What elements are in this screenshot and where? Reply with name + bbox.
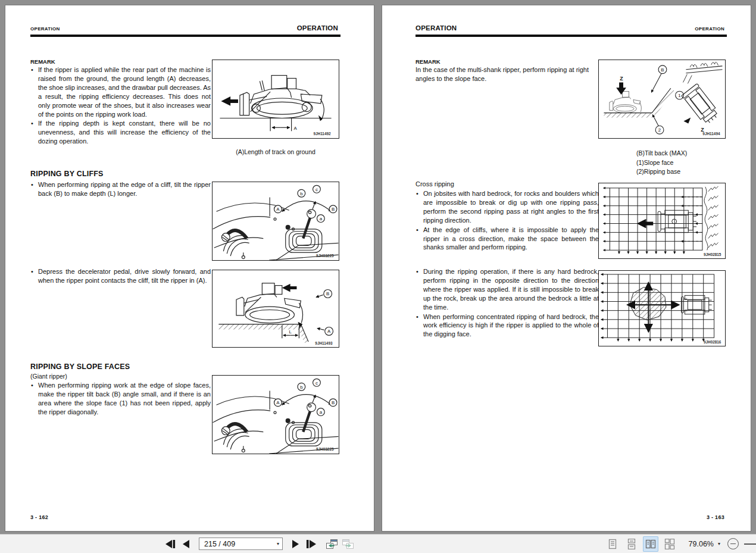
tilt-back-label: B [661,67,664,73]
figure-caption-list: (B)Tilt back (MAX) (1)Slope face (2)Ripp… [636,149,687,177]
page-number-input[interactable]: 215 / 409 ▾ [199,538,283,550]
depth-label: L [289,329,292,335]
viewer-toolbar: 215 / 409 ▾ [0,534,756,553]
cross-ripping-list: On jobsites with hard bedrock, for rocks… [416,189,599,252]
figure-code: 9JH02816 [704,340,721,344]
continuous-view-icon [626,539,637,549]
figure-code: 9JH03225 [316,447,334,451]
figure-track-length: A 9JH11492 [212,60,339,139]
dimension-label: A [294,126,298,131]
tilt-back-label: B [326,291,329,296]
ripping-direction-arrow [637,219,654,229]
section-subtitle: (Giant ripper) [30,373,67,380]
page-number-dropdown-caret[interactable]: ▾ [277,541,282,546]
next-page-icon [290,539,300,549]
header-rule [30,35,340,37]
page-number-footer: 3 - 163 [707,514,724,520]
figure-caption: (A)Length of track on ground [212,148,339,155]
ripper-control-lever-figure: A b c B a 9JH03225 [213,182,339,260]
travel-direction-arrow [282,284,297,292]
two-page-continuous-view-icon [664,539,675,549]
remark-heading: REMARK [30,58,55,65]
minus-icon [730,543,736,545]
view-zoom-group: 79.06% ▾ [603,535,756,553]
lever-label-c: c [315,380,318,386]
cliffs-bullet-2: Depress the decelerator pedal, drive slo… [30,267,211,286]
page-number-footer: 3 - 162 [30,514,48,520]
section-heading-slopes: RIPPING BY SLOPE FACES [30,363,130,371]
figure-ripper-lever-1: A b c B a 9JH03225 [212,182,339,261]
running-header-right: OPERATION [695,26,724,32]
figure-code: 9JH11492 [313,132,331,136]
bedrock-ripping-grid-figure: 9JH02816 [599,271,725,346]
figure-code: 9JH03225 [316,254,334,258]
last-page-icon [305,539,317,549]
page-number-value: 215 / 409 [204,540,235,548]
remark-bullet: If the ripping depth is kept constant, t… [30,119,211,146]
figure-cliff-ripping: L B A 9JH11493 [212,270,339,348]
running-header-left: OPERATION [30,26,60,32]
dozer-at-cliff-figure: L B A 9JH11493 [213,270,339,347]
zoom-out-button[interactable] [727,538,739,549]
lever-label-A: A [276,400,280,405]
tilt-in-label: A [327,329,331,334]
next-page-button[interactable] [288,536,303,552]
manual-page-left: OPERATION OPERATION REMARK If the ripper… [5,5,374,532]
lever-label-A: A [276,207,280,212]
zoom-level-display[interactable]: 79.06% [689,540,714,548]
cross-ripping-heading: Cross ripping [416,180,454,188]
previous-view-button[interactable] [324,536,340,552]
two-page-continuous-view-button[interactable] [662,536,677,552]
down-force-arrow [616,82,626,95]
figure-slope-ripping: Z B 1 2 Z 9JH11494 [598,60,726,139]
zoom-dropdown-caret[interactable]: ▾ [718,541,720,546]
single-page-view-icon [607,539,618,549]
two-page-view-icon [645,539,656,549]
slope-ripping-figure: Z B 1 2 Z 9JH11494 [599,60,725,138]
dozer-side-view-figure: A 9JH11492 [213,60,339,138]
lever-label-b: b [300,385,303,390]
remark-bullet: If the ripper is applied while the rear … [30,65,211,118]
lever-label-a: a [320,410,323,415]
two-page-view-button[interactable] [643,536,658,552]
figure-code: 9JH11493 [315,341,333,345]
ripping-base-label: 2 [658,127,661,133]
cross-ripping-grid-figure: 9JH02815 [599,183,725,258]
bedrock-list: During the ripping operation, if there i… [416,267,599,339]
continuous-view-button[interactable] [624,536,639,552]
lever-label-b: b [300,191,303,196]
running-header-left: OPERATION [416,24,457,32]
header-rule [416,35,727,37]
section-heading-cliffs: RIPPING BY CLIFFS [30,170,104,178]
ripper-control-lever-figure: A b c B a 9JH03225 [213,376,339,454]
next-view-icon [341,539,354,549]
figure-ripper-lever-2: A b c B a 9JH03225 [212,375,339,454]
lever-label-c: c [315,187,318,192]
pdf-viewer-window: OPERATION OPERATION REMARK If the ripper… [0,0,756,553]
slopes-bullet-1: When performing ripping work at the edge… [30,381,211,417]
zoom-slider[interactable] [744,543,756,545]
figure-code: 9JH02815 [704,252,721,257]
next-view-button[interactable] [340,536,355,552]
first-page-button[interactable] [163,536,179,552]
lever-label-B: B [332,207,335,212]
previous-page-button[interactable] [179,536,194,552]
lever-label-a: a [320,216,323,221]
slope-face-label: 1 [678,93,680,98]
single-page-view-button[interactable] [605,536,620,552]
cliffs-bullet-1: When performing ripping at the edge of a… [30,180,211,199]
last-page-button[interactable] [303,536,318,552]
figure-bedrock-grid: 9JH02816 [598,270,726,346]
previous-page-icon [182,539,191,549]
running-header-right: OPERATION [297,24,338,32]
page-navigation-group: 215 / 409 ▾ [163,535,355,553]
remark-text: In the case of the multi-shank ripper, p… [416,65,599,83]
figure-code: 9JH11494 [702,132,720,136]
travel-direction-arrow [221,96,238,106]
load-label-z1: Z [620,76,623,82]
figure-cross-ripping-grid: 9JH02815 [598,183,726,259]
previous-view-icon [326,539,339,549]
remark-list: If the ripper is applied while the rear … [30,65,211,146]
remark-heading: REMARK [416,58,441,65]
lever-label-B: B [332,400,335,405]
